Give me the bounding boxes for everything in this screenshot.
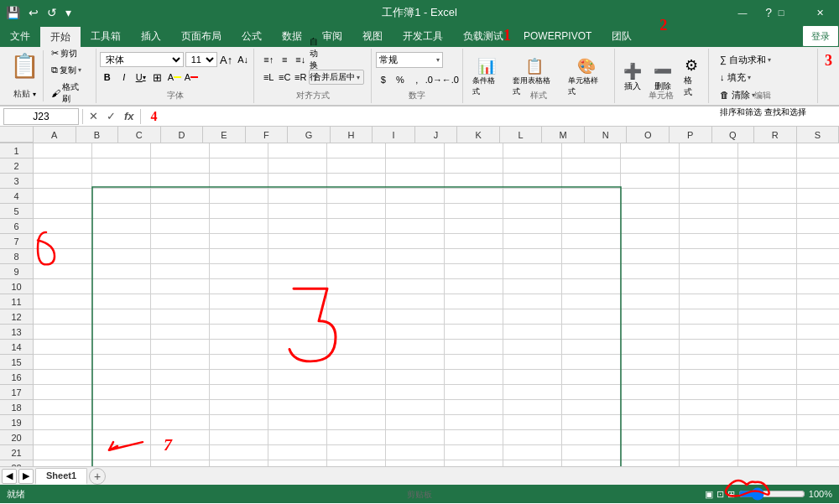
cell-G2[interactable] [386, 158, 445, 174]
cell-M15[interactable] [738, 355, 797, 370]
cell-E13[interactable] [268, 325, 327, 340]
cell-A10[interactable] [34, 279, 92, 294]
cell-K6[interactable] [621, 219, 680, 234]
save-quick-btn[interactable]: 💾 [3, 4, 23, 21]
cell-I7[interactable] [503, 234, 562, 249]
cell-E18[interactable] [268, 400, 327, 415]
cell-D15[interactable] [210, 355, 268, 370]
cell-L15[interactable] [680, 355, 738, 370]
cell-A19[interactable] [34, 415, 92, 430]
cell-B4[interactable] [92, 189, 151, 204]
cell-F9[interactable] [327, 264, 386, 279]
cell-D10[interactable] [210, 279, 268, 294]
cell-N12[interactable] [797, 309, 839, 325]
cell-N17[interactable] [797, 385, 839, 400]
cell-J1[interactable] [562, 143, 621, 158]
cell-L12[interactable] [680, 309, 738, 325]
cell-A8[interactable] [34, 249, 92, 264]
cell-E6[interactable] [268, 219, 327, 234]
cell-H13[interactable] [445, 325, 503, 340]
cell-I6[interactable] [503, 219, 562, 234]
align-middle-btn[interactable]: ≡ [277, 52, 292, 67]
cell-B7[interactable] [92, 234, 151, 249]
cell-M3[interactable] [738, 174, 797, 189]
cell-J9[interactable] [562, 264, 621, 279]
cell-N13[interactable] [797, 325, 839, 340]
cell-B11[interactable] [92, 294, 151, 309]
cell-B8[interactable] [92, 249, 151, 264]
row-header-14[interactable]: 14 [0, 340, 34, 355]
cell-M9[interactable] [738, 264, 797, 279]
row-header-20[interactable]: 20 [0, 430, 34, 445]
cell-G21[interactable] [386, 445, 445, 460]
cancel-formula-btn[interactable]: ✕ [86, 110, 101, 122]
cell-I2[interactable] [503, 158, 562, 174]
cell-L21[interactable] [680, 445, 738, 460]
row-header-19[interactable]: 19 [0, 415, 34, 430]
cell-H11[interactable] [445, 294, 503, 309]
italic-button[interactable]: I [117, 70, 132, 85]
cell-B5[interactable] [92, 204, 151, 219]
cell-A20[interactable] [34, 430, 92, 445]
cell-N20[interactable] [797, 430, 839, 445]
cell-F18[interactable] [327, 400, 386, 415]
cell-N3[interactable] [797, 174, 839, 189]
cell-J20[interactable] [562, 430, 621, 445]
decrease-decimal-btn[interactable]: ←.0 [443, 72, 458, 87]
cell-B2[interactable] [92, 158, 151, 174]
col-header-Q[interactable]: Q [712, 127, 755, 143]
col-header-E[interactable]: E [203, 127, 246, 143]
align-right-btn[interactable]: ≡R [293, 70, 308, 85]
bold-button[interactable]: B [100, 70, 115, 85]
tab-developer[interactable]: 开发工具 [393, 25, 453, 47]
cell-E9[interactable] [268, 264, 327, 279]
cell-N14[interactable] [797, 340, 839, 355]
row-header-8[interactable]: 8 [0, 249, 34, 264]
cell-F16[interactable] [327, 370, 386, 385]
cell-F20[interactable] [327, 430, 386, 445]
tab-team[interactable]: 团队 2 [602, 25, 642, 47]
cell-B6[interactable] [92, 219, 151, 234]
cell-I10[interactable] [503, 279, 562, 294]
cell-F21[interactable] [327, 445, 386, 460]
cell-E5[interactable] [268, 204, 327, 219]
cell-H17[interactable] [445, 385, 503, 400]
cell-L14[interactable] [680, 340, 738, 355]
cell-J19[interactable] [562, 415, 621, 430]
cell-F5[interactable] [327, 204, 386, 219]
cell-A18[interactable] [34, 400, 92, 415]
autosum-btn[interactable]: ∑ 自动求和▾ [716, 52, 775, 68]
cell-M8[interactable] [738, 249, 797, 264]
cell-L11[interactable] [680, 294, 738, 309]
comma-btn[interactable]: , [409, 72, 425, 87]
col-header-F[interactable]: F [246, 127, 289, 143]
cell-K15[interactable] [621, 355, 680, 370]
cell-A17[interactable] [34, 385, 92, 400]
cell-C2[interactable] [151, 158, 210, 174]
cell-H1[interactable] [445, 143, 503, 158]
cell-K1[interactable] [621, 143, 680, 158]
cell-C1[interactable] [151, 143, 210, 158]
row-header-22[interactable]: 22 [0, 460, 34, 466]
cell-F19[interactable] [327, 415, 386, 430]
cell-L22[interactable] [680, 460, 738, 466]
cell-C15[interactable] [151, 355, 210, 370]
cell-C13[interactable] [151, 325, 210, 340]
cell-H12[interactable] [445, 309, 503, 325]
cell-H8[interactable] [445, 249, 503, 264]
row-header-11[interactable]: 11 [0, 294, 34, 309]
cell-I5[interactable] [503, 204, 562, 219]
row-header-6[interactable]: 6 [0, 219, 34, 234]
cell-G17[interactable] [386, 385, 445, 400]
cell-K9[interactable] [621, 264, 680, 279]
cell-I3[interactable] [503, 174, 562, 189]
cell-E8[interactable] [268, 249, 327, 264]
cell-C4[interactable] [151, 189, 210, 204]
col-header-P[interactable]: P [670, 127, 712, 143]
cell-K17[interactable] [621, 385, 680, 400]
cell-L9[interactable] [680, 264, 738, 279]
cell-I20[interactable] [503, 430, 562, 445]
prev-sheet-btn[interactable]: ◀ [2, 469, 17, 484]
cell-A9[interactable] [34, 264, 92, 279]
cell-H22[interactable] [445, 460, 503, 466]
